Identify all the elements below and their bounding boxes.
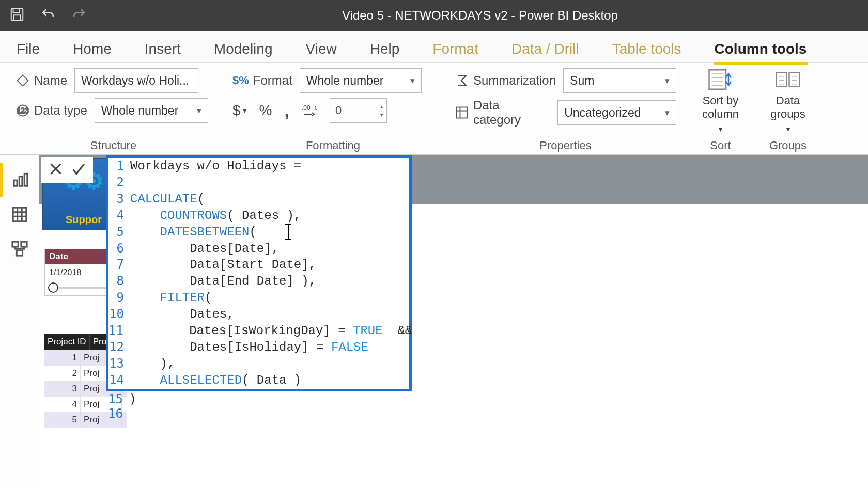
svg-rect-17 <box>17 250 22 256</box>
svg-rect-15 <box>12 242 18 247</box>
svg-text:.0: .0 <box>313 105 317 111</box>
column-name-input[interactable]: Workdays w/o Holi... <box>74 68 198 93</box>
datatype-label: 123 Data type <box>16 103 87 118</box>
decimals-icon[interactable]: .00.0 <box>302 104 317 117</box>
group-label-sort: Sort <box>698 139 743 154</box>
svg-rect-10 <box>789 72 800 87</box>
summarization-select[interactable]: Sum▾ <box>563 68 676 93</box>
svg-rect-16 <box>21 242 26 247</box>
tab-insert[interactable]: Insert <box>144 41 182 62</box>
text-cursor <box>288 225 289 239</box>
percent-button[interactable]: % <box>259 102 272 119</box>
tab-modeling[interactable]: Modeling <box>213 41 274 62</box>
model-view-icon[interactable] <box>0 231 39 265</box>
formula-bar-buttons <box>41 157 93 183</box>
ribbon-tabs: FileHomeInsertModelingViewHelpFormatData… <box>0 31 868 63</box>
spin-down-icon[interactable]: ▾ <box>377 111 386 119</box>
sort-by-column-button[interactable]: Sort by column ▾ <box>698 68 743 135</box>
slicer-track[interactable] <box>49 287 115 289</box>
group-label-properties: Properties <box>455 139 676 154</box>
svg-rect-1 <box>13 9 20 13</box>
svg-rect-11 <box>14 180 17 186</box>
tab-table-tools[interactable]: Table tools <box>611 41 683 62</box>
dax-formula-editor[interactable]: 1Workdays w/o Holidays = 23CALCULATE(4 C… <box>106 156 411 391</box>
svg-rect-13 <box>24 174 27 186</box>
undo-icon[interactable] <box>40 7 56 24</box>
tab-column-tools[interactable]: Column tools <box>714 41 808 62</box>
svg-rect-14 <box>13 208 26 221</box>
tab-format[interactable]: Format <box>431 41 479 62</box>
save-icon[interactable] <box>9 7 25 24</box>
table-header[interactable]: Project ID <box>44 334 90 350</box>
tab-view[interactable]: View <box>305 41 338 62</box>
view-switcher <box>0 155 39 488</box>
svg-rect-2 <box>14 15 21 20</box>
thousand-sep-button[interactable]: , <box>284 101 289 121</box>
ribbon: Name Workdays w/o Holi... 123 Data type … <box>0 63 868 155</box>
ribbon-group-properties: Summarization Sum▾ Data category Uncateg… <box>444 66 687 154</box>
svg-rect-12 <box>19 177 22 186</box>
category-label: Data category <box>455 98 550 127</box>
svg-rect-7 <box>456 107 467 118</box>
ribbon-group-sort: Sort by column ▾ Sort <box>687 66 754 154</box>
group-label-structure: Structure <box>16 139 211 154</box>
name-label: Name <box>16 73 67 88</box>
spin-up-icon[interactable]: ▴ <box>377 102 386 111</box>
report-canvas[interactable]: ⚙⚙ Suppor Date 1/1/2018 Project IDProj1P… <box>39 155 868 488</box>
report-view-icon[interactable] <box>0 163 39 197</box>
format-label: $% Format <box>233 73 292 88</box>
summarization-label: Summarization <box>455 73 556 88</box>
svg-rect-8 <box>709 70 726 89</box>
cancel-formula-icon[interactable] <box>48 161 64 179</box>
canvas-area: ⚙⚙ Suppor Date 1/1/2018 Project IDProj1P… <box>0 155 868 488</box>
data-view-icon[interactable] <box>0 197 39 231</box>
group-label-groups: Groups <box>765 139 811 154</box>
title-bar: Video 5 - NETWORKDAYS v2 - Power BI Desk… <box>0 0 868 31</box>
slicer-handle[interactable] <box>48 282 58 293</box>
tab-file[interactable]: File <box>16 41 41 62</box>
format-select[interactable]: Whole number▾ <box>300 68 422 93</box>
commit-formula-icon[interactable] <box>70 161 87 179</box>
quick-access-toolbar <box>9 7 87 24</box>
redo-icon[interactable] <box>71 7 87 24</box>
svg-text:.00: .00 <box>302 104 311 112</box>
currency-button[interactable]: $▾ <box>233 102 247 119</box>
ribbon-group-structure: Name Workdays w/o Holi... 123 Data type … <box>5 66 222 154</box>
ribbon-group-groups: Data groups ▾ Groups <box>754 66 822 154</box>
data-groups-button[interactable]: Data groups ▾ <box>765 68 811 135</box>
svg-text:123: 123 <box>17 106 29 115</box>
datatype-select[interactable]: Whole number▾ <box>95 98 208 123</box>
category-select[interactable]: Uncategorized▾ <box>557 100 676 125</box>
tab-help[interactable]: Help <box>369 41 401 62</box>
tab-data-drill[interactable]: Data / Drill <box>510 41 580 62</box>
dax-formula-trailing[interactable]: 15)16 <box>107 392 136 421</box>
svg-rect-9 <box>777 72 787 87</box>
tab-home[interactable]: Home <box>72 41 113 62</box>
decimals-spinner[interactable]: 0 ▴▾ <box>330 98 387 123</box>
ribbon-group-formatting: $% Format Whole number▾ $▾ % , .00.0 0 <box>222 66 444 154</box>
window-title: Video 5 - NETWORKDAYS v2 - Power BI Desk… <box>101 8 859 23</box>
group-label-formatting: Formatting <box>233 139 433 154</box>
